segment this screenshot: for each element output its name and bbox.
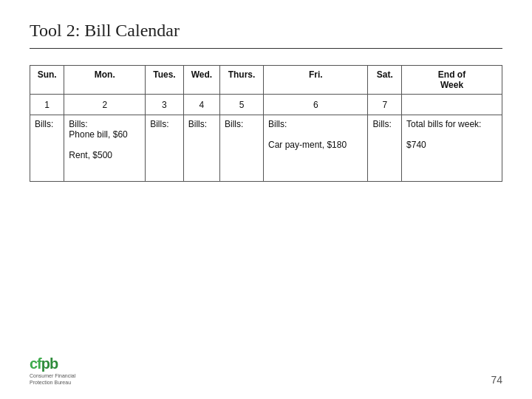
col-sat: Sat.: [368, 66, 402, 95]
cfpb-line2: Protection Bureau: [30, 380, 71, 385]
col-tue: Tues.: [146, 66, 184, 95]
col-mon: Mon.: [64, 66, 146, 95]
day-3: 3: [146, 95, 184, 115]
cfpb-logo: cfpb Consumer Financial Protection Burea…: [30, 355, 75, 386]
fri-bills-label: Bills:: [268, 119, 287, 129]
fri-bills: Bills: Car pay-ment, $180: [264, 115, 368, 182]
table-header-row: Sun. Mon. Tues. Wed. Thurs. Fri. Sat. En…: [30, 66, 502, 95]
mon-bills: Bills: Phone bill, $60 Rent, $500: [64, 115, 146, 182]
mon-bill-item-2: Rent, $500: [69, 150, 112, 160]
day-6: 6: [264, 95, 368, 115]
title-divider: [30, 48, 502, 49]
fri-bill-item-1: Car pay-ment, $180: [268, 140, 347, 150]
mon-bill-item-1: Phone bill, $60: [69, 129, 127, 140]
col-fri: Fri.: [264, 66, 368, 95]
table-row-days: 1 2 3 4 5 6 7: [30, 95, 502, 115]
sun-bills: Bills:: [30, 115, 64, 182]
thu-bills: Bills:: [220, 115, 264, 182]
tue-bills: Bills:: [146, 115, 184, 182]
table-row-bills: Bills: Bills: Phone bill, $60 Rent, $500…: [30, 115, 502, 182]
mon-bills-label: Bills:: [69, 119, 87, 129]
total-bills-value: $740: [406, 140, 426, 150]
total-bills-label: Total bills for week:: [406, 119, 481, 129]
bill-calendar-table: Sun. Mon. Tues. Wed. Thurs. Fri. Sat. En…: [30, 65, 502, 182]
day-1: 1: [30, 95, 64, 115]
cfpb-cf: cf: [30, 355, 41, 372]
footer: cfpb Consumer Financial Protection Burea…: [30, 355, 502, 386]
col-wed: Wed.: [183, 66, 219, 95]
day-eow: [402, 95, 502, 115]
wed-bills: Bills:: [183, 115, 219, 182]
total-bills-cell: Total bills for week: $740: [402, 115, 502, 182]
page-container: Tool 2: Bill Calendar Sun. Mon. Tues. We…: [0, 0, 532, 399]
col-sun: Sun.: [30, 66, 64, 95]
cfpb-pb: pb: [41, 355, 58, 372]
day-5: 5: [220, 95, 264, 115]
col-thu: Thurs.: [220, 66, 264, 95]
col-end-of-week: End ofWeek: [402, 66, 502, 95]
cfpb-subtitle: Consumer Financial Protection Bureau: [30, 372, 75, 386]
day-2: 2: [64, 95, 146, 115]
cfpb-logo-text: cfpb: [30, 355, 58, 372]
day-4: 4: [183, 95, 219, 115]
cfpb-line1: Consumer Financial: [30, 373, 75, 378]
page-number: 74: [491, 374, 502, 386]
page-title: Tool 2: Bill Calendar: [30, 21, 502, 41]
day-7: 7: [368, 95, 402, 115]
sat-bills: Bills:: [368, 115, 402, 182]
